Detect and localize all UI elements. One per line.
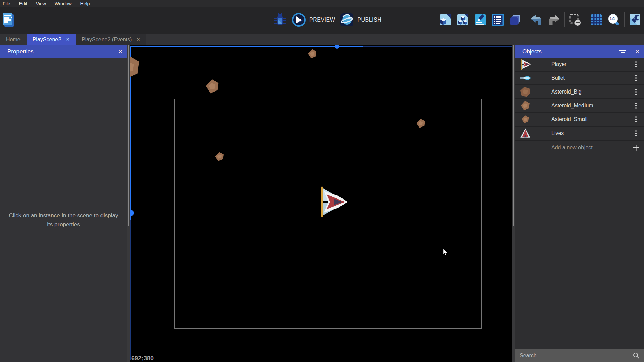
objects-panel: Objects ✕ Player xyxy=(515,45,644,362)
mouse-cursor xyxy=(443,249,448,256)
toolbar-separator xyxy=(624,12,625,27)
tab-bar: Home PlayScene2 ✕ PlayScene2 (Events) ✕ xyxy=(0,34,644,45)
zoom-one-to-one-label: 1:1 xyxy=(608,16,617,21)
filter-icon[interactable] xyxy=(619,50,626,53)
cursor-coordinates: 692;380 xyxy=(131,355,154,362)
asteroid-medium-icon xyxy=(520,100,531,111)
menu-file[interactable]: File xyxy=(3,1,10,6)
asteroid-instance[interactable] xyxy=(205,79,220,94)
toolbar-separator xyxy=(586,12,586,27)
preview-play-icon xyxy=(292,13,306,27)
menu-edit[interactable]: Edit xyxy=(19,1,27,6)
properties-panel-header: Properties ✕ xyxy=(0,45,127,58)
object-row-bullet[interactable]: Bullet xyxy=(515,72,644,85)
object-row-asteroid-big[interactable]: Asteroid_Big xyxy=(515,85,644,99)
menu-window[interactable]: Window xyxy=(55,1,72,6)
tab-playscene2-label: PlayScene2 xyxy=(33,37,61,43)
player-ship-instance[interactable] xyxy=(316,186,348,218)
objects-panel-header: Objects ✕ xyxy=(515,45,644,58)
search-input[interactable] xyxy=(520,353,633,359)
player-ship-icon xyxy=(520,59,531,70)
asteroid-instance[interactable] xyxy=(130,54,142,80)
asteroid-instance[interactable] xyxy=(416,118,426,129)
tab-playscene2-events-close-icon[interactable]: ✕ xyxy=(136,37,140,42)
right-splitter[interactable] xyxy=(512,45,515,362)
object-menu-icon[interactable] xyxy=(634,115,638,124)
redo-icon[interactable] xyxy=(547,12,561,28)
preview-button[interactable]: PREVIEW xyxy=(292,13,335,27)
left-splitter[interactable] xyxy=(127,45,130,362)
object-name: Bullet xyxy=(536,75,628,81)
tab-playscene2-events[interactable]: PlayScene2 (Events) ✕ xyxy=(76,34,146,45)
layers-icon[interactable] xyxy=(508,12,522,28)
properties-panel-body: Click on an instance in the scene to dis… xyxy=(0,58,127,362)
selection-handle-top[interactable] xyxy=(335,45,339,49)
object-groups-icon[interactable] xyxy=(456,12,470,28)
add-object-button[interactable]: Add a new object xyxy=(515,141,644,154)
left-scrollbar-thumb[interactable] xyxy=(128,45,129,226)
object-name: Player xyxy=(536,61,628,67)
objects-list-icon[interactable] xyxy=(438,12,452,28)
objects-panel-title: Objects xyxy=(522,48,542,55)
object-name: Asteroid_Small xyxy=(536,116,628,122)
tab-playscene2-events-label: PlayScene2 (Events) xyxy=(82,37,132,43)
asteroid-small-icon xyxy=(521,115,530,124)
bullet-icon xyxy=(519,75,531,81)
publish-globe-icon xyxy=(340,13,354,27)
tab-playscene2[interactable]: PlayScene2 ✕ xyxy=(27,34,76,45)
selection-top-edge xyxy=(130,46,363,47)
object-name: Asteroid_Big xyxy=(536,89,628,95)
asteroid-big-icon xyxy=(520,86,531,98)
object-menu-icon[interactable] xyxy=(634,129,638,138)
debugger-bug-icon[interactable] xyxy=(273,12,287,28)
object-row-asteroid-medium[interactable]: Asteroid_Medium xyxy=(515,99,644,113)
toolbar-separator xyxy=(526,12,526,27)
tab-home[interactable]: Home xyxy=(0,34,27,45)
properties-panel-title: Properties xyxy=(7,48,33,55)
plus-icon xyxy=(632,144,640,151)
objects-close-icon[interactable]: ✕ xyxy=(635,49,639,55)
main-toolbar: PREVIEW PUBLISH xyxy=(0,7,644,34)
menu-view[interactable]: View xyxy=(36,1,46,6)
deselect-all-icon[interactable] xyxy=(568,12,582,28)
object-name: Asteroid_Medium xyxy=(536,103,628,109)
objects-list: Player Bullet xyxy=(515,58,644,349)
object-row-asteroid-small[interactable]: Asteroid_Small xyxy=(515,113,644,127)
publish-button[interactable]: PUBLISH xyxy=(340,13,381,27)
add-object-label: Add a new object xyxy=(536,145,628,151)
preview-label: PREVIEW xyxy=(309,17,335,23)
object-menu-icon[interactable] xyxy=(634,74,638,82)
zoom-one-to-one-icon[interactable]: 1:1 xyxy=(607,12,621,28)
scene-canvas[interactable]: 692;380 xyxy=(130,45,512,362)
selection-handle-left[interactable] xyxy=(130,210,134,216)
instances-list-icon[interactable] xyxy=(491,12,505,28)
menu-help[interactable]: Help xyxy=(80,1,90,6)
object-menu-icon[interactable] xyxy=(634,101,638,110)
undo-icon[interactable] xyxy=(529,12,544,28)
properties-close-icon[interactable]: ✕ xyxy=(118,49,122,55)
properties-panel: Properties ✕ Click on an instance in the… xyxy=(0,45,127,362)
asteroid-instance[interactable] xyxy=(307,49,317,59)
setup-wrench-icon[interactable] xyxy=(628,12,642,28)
search-icon[interactable] xyxy=(633,352,640,359)
menu-bar: File Edit View Window Help xyxy=(0,0,644,7)
tab-home-label: Home xyxy=(6,37,21,43)
properties-edit-icon[interactable] xyxy=(473,12,487,28)
asteroid-instance[interactable] xyxy=(214,152,225,162)
main-area: Properties ✕ Click on an instance in the… xyxy=(0,45,644,362)
grid-icon[interactable] xyxy=(589,12,603,28)
properties-empty-message: Click on an instance in the scene to dis… xyxy=(7,211,120,229)
tab-playscene2-close-icon[interactable]: ✕ xyxy=(66,37,70,42)
publish-label: PUBLISH xyxy=(357,17,381,23)
right-scrollbar-thumb[interactable] xyxy=(513,45,514,226)
lives-ship-icon xyxy=(520,128,531,139)
toolbar-separator xyxy=(564,12,565,27)
object-menu-icon[interactable] xyxy=(634,60,638,69)
objects-search-bar xyxy=(515,349,644,362)
object-row-player[interactable]: Player xyxy=(515,58,644,72)
object-menu-icon[interactable] xyxy=(634,87,638,96)
project-manager-icon[interactable] xyxy=(3,13,15,29)
object-row-lives[interactable]: Lives xyxy=(515,127,644,141)
object-name: Lives xyxy=(536,130,628,136)
